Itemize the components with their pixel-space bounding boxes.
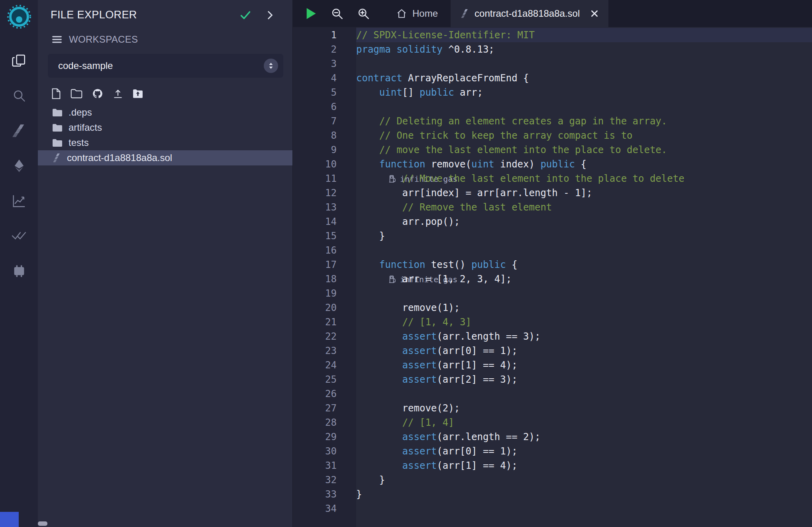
code-line[interactable]: function remove(uint index) public { inf… — [356, 157, 812, 171]
workspace-select-chevrons-icon — [264, 59, 278, 73]
solidity-compiler-icon[interactable] — [0, 113, 38, 148]
line-number: 4 — [293, 71, 356, 85]
upload-file-icon[interactable] — [113, 88, 123, 99]
code-line[interactable]: } — [356, 229, 812, 243]
active-plugin-indicator — [0, 512, 19, 527]
deploy-run-icon[interactable] — [0, 148, 38, 183]
line-number: 8 — [293, 128, 356, 143]
solidity-file-icon — [52, 153, 61, 163]
code-editor[interactable]: 1234567891011121314151617181920212223242… — [293, 27, 812, 527]
code-line[interactable] — [356, 387, 812, 401]
line-number: 12 — [293, 186, 356, 200]
unit-testing-icon[interactable] — [0, 218, 38, 254]
tab-home[interactable]: Home — [384, 0, 451, 27]
code-line[interactable]: // [1, 4, 3] — [356, 315, 812, 329]
file-item-selected[interactable]: contract-d1a8818a8a.sol — [38, 150, 292, 165]
line-number: 15 — [293, 229, 356, 243]
folder-label: tests — [69, 137, 89, 148]
line-number: 6 — [293, 100, 356, 114]
code-line[interactable]: assert(arr[2] == 3); — [356, 372, 812, 387]
code-line[interactable]: remove(1); — [356, 301, 812, 315]
file-explorer-header: FILE EXPLORER — [38, 0, 292, 21]
line-number: 13 — [293, 200, 356, 214]
zoom-out-icon[interactable] — [331, 8, 343, 20]
line-number: 5 — [293, 85, 356, 100]
code-line[interactable]: } — [356, 487, 812, 501]
remix-logo[interactable] — [6, 3, 32, 32]
remix-ide: FILE EXPLORER WORKSPACES code-sample — [0, 0, 812, 527]
code-line[interactable]: assert(arr[0] == 1); — [356, 344, 812, 358]
search-icon[interactable] — [0, 78, 38, 113]
code-line[interactable]: assert(arr.length == 2); — [356, 430, 812, 444]
code-line[interactable]: assert(arr[1] == 4); — [356, 458, 812, 473]
file-explorer-icon[interactable] — [0, 43, 38, 78]
home-icon — [396, 8, 407, 19]
line-number: 31 — [293, 458, 356, 473]
code-line[interactable]: arr.pop(); — [356, 214, 812, 229]
solidity-file-icon — [460, 9, 469, 18]
workspace-selected-value: code-sample — [58, 60, 113, 71]
code-line[interactable]: assert(arr.length == 3); — [356, 329, 812, 344]
close-tab-icon[interactable] — [590, 9, 599, 18]
horizontal-scrollbar-thumb[interactable] — [38, 521, 47, 526]
line-number: 19 — [293, 286, 356, 301]
code-line[interactable]: // Deleting an element creates a gap in … — [356, 114, 812, 128]
line-number: 26 — [293, 387, 356, 401]
code-line[interactable]: assert(arr[1] == 4); — [356, 358, 812, 372]
code-line[interactable] — [356, 286, 812, 301]
editor-area: Home contract-d1a8818a8a.sol 12345678910… — [293, 0, 812, 527]
line-number: 2 — [293, 42, 356, 57]
workspaces-menu[interactable]: WORKSPACES — [38, 34, 292, 45]
line-number: 14 — [293, 214, 356, 229]
file-explorer-panel: FILE EXPLORER WORKSPACES code-sample — [38, 0, 293, 527]
code-line[interactable]: // [1, 4] — [356, 415, 812, 430]
line-number: 17 — [293, 258, 356, 272]
icon-sidebar — [0, 0, 38, 527]
code-line[interactable]: arr = [1, 2, 3, 4]; — [356, 272, 812, 286]
code-line[interactable]: function test() public { infinite gas — [356, 258, 812, 272]
line-number: 7 — [293, 114, 356, 128]
line-number: 21 — [293, 315, 356, 329]
line-number: 24 — [293, 358, 356, 372]
accept-check-icon[interactable] — [240, 10, 251, 21]
line-number: 33 — [293, 487, 356, 501]
workspace-select[interactable]: code-sample — [48, 54, 283, 78]
tab-contract-file[interactable]: contract-d1a8818a8a.sol — [451, 0, 608, 27]
new-file-icon[interactable] — [51, 88, 61, 99]
code-line[interactable]: // One trick to keep the array compact i… — [356, 128, 812, 143]
new-folder-icon[interactable] — [71, 88, 82, 99]
workspaces-label: WORKSPACES — [69, 34, 138, 45]
run-script-button[interactable] — [305, 7, 317, 20]
code-line[interactable]: // Move the last element into the place … — [356, 171, 812, 186]
code-line[interactable]: pragma solidity ^0.8.13; — [356, 42, 812, 57]
line-number: 23 — [293, 344, 356, 358]
code-line[interactable]: assert(arr[0] == 1); — [356, 444, 812, 458]
folder-item[interactable]: .deps — [38, 105, 292, 120]
hamburger-menu-icon — [51, 34, 63, 45]
code-line[interactable] — [356, 501, 812, 516]
folder-item[interactable]: tests — [38, 135, 292, 150]
code-line[interactable]: // Remove the last element — [356, 200, 812, 214]
code-line[interactable]: contract ArrayReplaceFromEnd { — [356, 71, 812, 85]
code-line[interactable]: remove(2); — [356, 401, 812, 415]
code-line[interactable]: } — [356, 473, 812, 487]
code-line[interactable]: arr[index] = arr[arr.length - 1]; — [356, 186, 812, 200]
plugin-manager-icon[interactable] — [0, 254, 38, 289]
code-line[interactable] — [356, 243, 812, 258]
collapse-panel-chevron-icon[interactable] — [265, 10, 275, 20]
code-line[interactable]: // move the last element into the place … — [356, 143, 812, 157]
github-icon[interactable] — [92, 88, 103, 99]
code-line[interactable] — [356, 100, 812, 114]
code-content[interactable]: // SPDX-License-Identifier: MITpragma so… — [356, 27, 812, 527]
folder-icon — [52, 108, 63, 117]
code-line[interactable] — [356, 57, 812, 71]
line-number: 32 — [293, 473, 356, 487]
folder-item[interactable]: artifacts — [38, 120, 292, 135]
line-number: 9 — [293, 143, 356, 157]
code-line[interactable]: uint[] public arr; — [356, 85, 812, 100]
upload-folder-icon[interactable] — [133, 89, 143, 98]
code-line[interactable]: // SPDX-License-Identifier: MIT — [356, 28, 812, 42]
statistics-icon[interactable] — [0, 183, 38, 218]
zoom-in-icon[interactable] — [357, 8, 369, 20]
file-item-label: contract-d1a8818a8a.sol — [67, 152, 172, 163]
